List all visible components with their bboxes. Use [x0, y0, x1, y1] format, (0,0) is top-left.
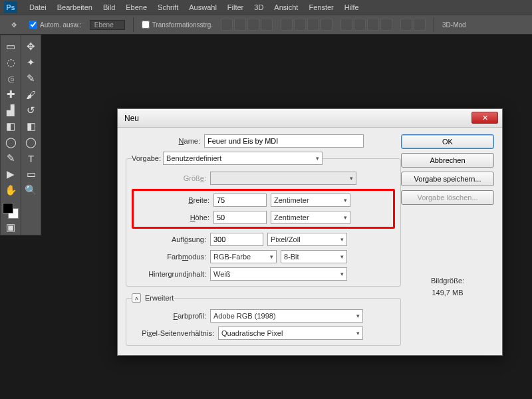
align-group-3: [340, 19, 392, 31]
size-select: [210, 172, 356, 185]
menu-3d[interactable]: 3D: [249, 3, 269, 11]
heal-tool-icon[interactable]: ✚: [2, 87, 19, 102]
resolution-unit-select[interactable]: Pixel/Zoll: [267, 233, 347, 246]
menu-edit[interactable]: Bearbeiten: [52, 3, 98, 11]
align-btn[interactable]: [247, 19, 259, 31]
background-select[interactable]: Weiß: [210, 267, 347, 281]
crop-tool-icon[interactable]: ⟃: [2, 71, 19, 86]
blur-tool-icon[interactable]: ◯: [2, 135, 19, 150]
app-logo: Ps: [4, 1, 17, 13]
new-document-dialog: Neu ✕ Name: Vorgabe: Benutzerdefiniert G…: [117, 108, 503, 356]
chevron-up-icon: ʌ: [132, 293, 141, 303]
wand-tool-icon[interactable]: ✦: [23, 55, 40, 70]
options-bar: ✥ Autom. ausw.: Ebene Transformationsstr…: [0, 15, 532, 35]
resolution-field[interactable]: [210, 233, 263, 246]
auto-select-check[interactable]: [29, 21, 37, 29]
align-btn[interactable]: [261, 19, 273, 31]
hand-tool-icon[interactable]: ✋: [2, 183, 19, 198]
brush-tool-icon[interactable]: 🖌: [23, 87, 40, 102]
menu-image[interactable]: Bild: [98, 3, 120, 11]
menu-window[interactable]: Fenster: [303, 3, 338, 11]
width-unit-select[interactable]: Zentimeter: [271, 194, 350, 207]
type-tool-icon[interactable]: T: [23, 151, 40, 166]
menu-bar: Ps Datei Bearbeiten Bild Ebene Schrift A…: [0, 0, 532, 15]
close-button[interactable]: ✕: [471, 112, 498, 124]
move-tool-icon[interactable]: ✥: [23, 39, 40, 54]
align-group-1: [221, 19, 273, 31]
options-divider: [434, 17, 434, 32]
menu-select[interactable]: Auswahl: [184, 3, 222, 11]
transform-check[interactable]: [142, 21, 150, 29]
transform-controls-checkbox[interactable]: Transformationsstrg.: [142, 21, 213, 29]
align-btn[interactable]: [354, 19, 366, 31]
auto-select-target[interactable]: Ebene: [90, 20, 125, 30]
align-btn[interactable]: [321, 19, 332, 31]
menu-file[interactable]: Datei: [24, 3, 52, 11]
tool-panel: ▭ ◌ ⟃ ✚ ▟ ◧ ◯ ✎ ▶ ✋ ▣ ✥ ✦ ✎ 🖌 ↺ ◧ ◯ T ▭ …: [0, 35, 41, 235]
move-tool-icon[interactable]: ✥: [7, 17, 21, 32]
history-brush-tool-icon[interactable]: ↺: [23, 103, 40, 118]
menu-layer[interactable]: Ebene: [120, 3, 152, 11]
advanced-toggle[interactable]: ʌ Erweitert: [132, 293, 174, 303]
height-unit-select[interactable]: Zentimeter: [271, 211, 350, 224]
ok-button[interactable]: OK: [401, 134, 494, 149]
shape-tool-icon[interactable]: ▭: [23, 167, 40, 182]
aspect-label: Pixel-Seitenverhältnis:: [132, 329, 218, 337]
pen-tool-icon[interactable]: ✎: [2, 151, 19, 166]
advanced-label: Erweitert: [145, 294, 174, 302]
align-btn[interactable]: [221, 19, 233, 31]
width-field[interactable]: [213, 194, 267, 207]
zoom-tool-icon[interactable]: 🔍: [23, 183, 40, 198]
height-field[interactable]: [213, 211, 267, 224]
resolution-label: Auflösung:: [132, 235, 210, 243]
profile-select[interactable]: Adobe RGB (1998): [210, 309, 363, 323]
filesize-value: 149,7 MB: [401, 287, 494, 299]
filesize-label: Bildgröße:: [401, 275, 494, 287]
highlight-annotation: Breite: Zentimeter Höhe: Zentimeter: [132, 189, 395, 229]
three-d-mode-label[interactable]: 3D-Mod: [442, 21, 466, 29]
align-btn[interactable]: [400, 19, 412, 31]
menu-view[interactable]: Ansicht: [269, 3, 303, 11]
save-preset-button[interactable]: Vorgabe speichern...: [401, 172, 494, 186]
align-group-2: [281, 19, 332, 31]
menu-filter[interactable]: Filter: [222, 3, 249, 11]
marquee-tool-icon[interactable]: ▭: [2, 39, 19, 54]
bitdepth-select[interactable]: 8-Bit: [281, 250, 347, 263]
width-label: Breite:: [135, 196, 213, 204]
lasso-tool-icon[interactable]: ◌: [2, 55, 19, 70]
gradient-tool-icon[interactable]: ◧: [23, 119, 40, 134]
colormode-select[interactable]: RGB-Farbe: [210, 250, 277, 263]
align-btn[interactable]: [307, 19, 319, 31]
profile-label: Farbprofil:: [132, 312, 210, 320]
preset-label: Vorgabe:: [132, 154, 161, 162]
dodge-tool-icon[interactable]: ◯: [23, 135, 40, 150]
colormode-label: Farbmodus:: [132, 253, 210, 261]
color-swatch[interactable]: [3, 203, 19, 219]
align-btn[interactable]: [414, 19, 426, 31]
height-label: Höhe:: [135, 213, 213, 221]
menu-type[interactable]: Schrift: [152, 3, 184, 11]
dialog-titlebar[interactable]: Neu ✕: [118, 109, 502, 128]
background-label: Hintergrundinhalt:: [132, 270, 210, 278]
align-group-4: [400, 19, 426, 31]
name-field[interactable]: [204, 134, 364, 148]
fg-color[interactable]: [3, 203, 13, 213]
auto-select-checkbox[interactable]: Autom. ausw.:: [29, 21, 82, 29]
cancel-button[interactable]: Abbrechen: [401, 153, 494, 168]
eraser-tool-icon[interactable]: ◧: [2, 119, 19, 134]
align-btn[interactable]: [367, 19, 379, 31]
align-btn[interactable]: [234, 19, 246, 31]
menu-help[interactable]: Hilfe: [339, 3, 364, 11]
name-label: Name:: [126, 137, 204, 145]
align-btn[interactable]: [380, 19, 392, 31]
preset-select[interactable]: Benutzerdefiniert: [163, 152, 323, 165]
path-select-tool-icon[interactable]: ▶: [2, 167, 19, 182]
aspect-select[interactable]: Quadratische Pixel: [218, 327, 363, 340]
align-btn[interactable]: [340, 19, 352, 31]
quickmask-icon[interactable]: ▣: [2, 220, 19, 235]
stamp-tool-icon[interactable]: ▟: [2, 103, 19, 118]
align-btn[interactable]: [281, 19, 293, 31]
size-label: Größe:: [132, 174, 210, 182]
eyedrop-tool-icon[interactable]: ✎: [23, 71, 40, 86]
align-btn[interactable]: [294, 19, 306, 31]
